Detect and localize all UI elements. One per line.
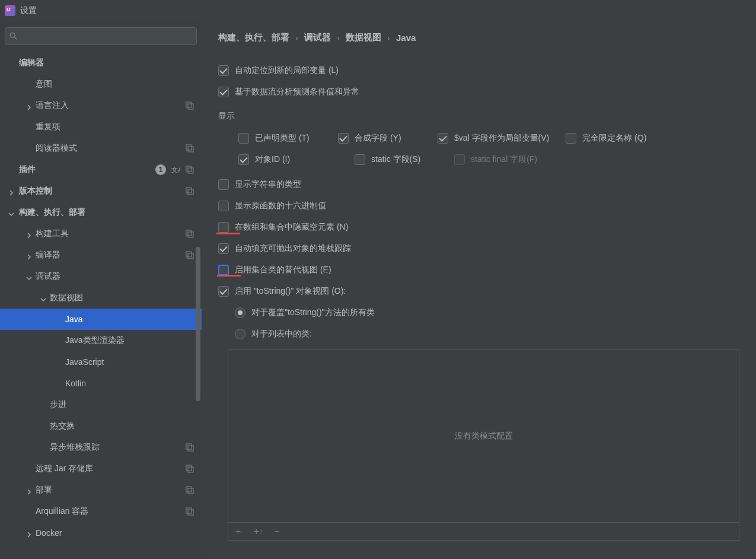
tree-item[interactable]: 构建、执行、部署 bbox=[0, 202, 202, 223]
checkbox[interactable] bbox=[566, 133, 576, 144]
chevron-right-icon[interactable] bbox=[26, 530, 32, 536]
tree-item[interactable]: 版本控制 bbox=[0, 180, 202, 202]
chevron-right-icon[interactable] bbox=[26, 231, 32, 237]
opt-predict-dataflow[interactable]: 基于数据流分析预测条件值和异常 bbox=[218, 81, 739, 103]
opt-object-id[interactable]: 对象ID (I) bbox=[238, 149, 321, 170]
project-scope-icon bbox=[185, 165, 194, 174]
checkbox[interactable] bbox=[355, 154, 365, 165]
chevron-right-icon[interactable] bbox=[8, 188, 14, 194]
tree-item[interactable]: 语言注入 bbox=[0, 95, 202, 116]
add-pattern-icon[interactable]: +? bbox=[253, 527, 263, 536]
tree-item[interactable]: Java bbox=[0, 309, 202, 330]
checkbox[interactable] bbox=[218, 65, 229, 76]
checkbox[interactable] bbox=[218, 179, 229, 190]
chevron-down-icon[interactable] bbox=[26, 274, 32, 280]
radio-override-tostring[interactable]: 对于覆盖"toString()"方法的所有类 bbox=[218, 302, 739, 323]
checkbox[interactable] bbox=[218, 201, 229, 211]
chevron-down-icon[interactable] bbox=[8, 209, 14, 215]
radio[interactable] bbox=[235, 329, 245, 339]
tree-item[interactable]: Arquillian 容器 bbox=[0, 501, 202, 522]
breadcrumb-seg-2[interactable]: 调试器 bbox=[304, 32, 331, 43]
opt-show-primitive-hex[interactable]: 显示原函数的十六进制值 bbox=[218, 195, 739, 217]
display-heading: 显示 bbox=[218, 111, 739, 122]
list-toolbar: +◦ +? − bbox=[228, 523, 739, 541]
search-input[interactable] bbox=[5, 27, 197, 45]
tree-item-label: 意图 bbox=[36, 79, 194, 90]
project-scope-icon bbox=[185, 485, 194, 495]
main: 编辑器意图语言注入重复项阅读器模式插件1文A版本控制构建、执行、部署构建工具编译… bbox=[0, 21, 756, 559]
svg-text:文A: 文A bbox=[171, 166, 180, 173]
tree-item[interactable]: 构建工具 bbox=[0, 223, 202, 244]
tree-item[interactable]: 阅读器模式 bbox=[0, 138, 202, 159]
tree-item[interactable]: 编辑器 bbox=[0, 52, 202, 74]
breadcrumb-seg-1[interactable]: 构建、执行、部署 bbox=[218, 32, 289, 43]
tree-item-label: 热交换 bbox=[50, 421, 194, 431]
remove-icon[interactable]: − bbox=[272, 527, 282, 536]
tree-item[interactable]: 编译器 bbox=[0, 244, 202, 266]
scrollbar-thumb[interactable] bbox=[196, 247, 200, 401]
checkbox[interactable] bbox=[218, 265, 229, 275]
tree-item[interactable]: 热交换 bbox=[0, 415, 202, 437]
checkbox[interactable] bbox=[238, 154, 249, 165]
tree-item[interactable]: 步进 bbox=[0, 394, 202, 415]
sidebar: 编辑器意图语言注入重复项阅读器模式插件1文A版本控制构建、执行、部署构建工具编译… bbox=[0, 21, 202, 559]
tree-item[interactable]: 数据视图 bbox=[0, 287, 202, 309]
checkbox-label: 在数组和集合中隐藏空元素 (N) bbox=[235, 222, 348, 233]
opt-enable-collection-alt[interactable]: 启用集合类的替代视图 (E) bbox=[218, 259, 739, 281]
tree-item-label: 构建工具 bbox=[36, 228, 185, 239]
svg-rect-16 bbox=[188, 446, 193, 451]
tree-item[interactable]: 部署 bbox=[0, 479, 202, 501]
tree-item[interactable]: Docker bbox=[0, 522, 202, 544]
radio-listed-classes[interactable]: 对于列表中的类: bbox=[218, 323, 739, 345]
opt-auto-locate[interactable]: 自动定位到新的局部变量 (L) bbox=[218, 60, 739, 81]
opt-fully-qualified[interactable]: 完全限定名称 (Q) bbox=[566, 128, 649, 149]
radio[interactable] bbox=[235, 307, 245, 318]
chevron-down-icon[interactable] bbox=[40, 295, 46, 301]
settings-tree[interactable]: 编辑器意图语言注入重复项阅读器模式插件1文A版本控制构建、执行、部署构建工具编译… bbox=[0, 52, 202, 559]
tree-item[interactable]: Java类型渲染器 bbox=[0, 330, 202, 351]
tree-item-label: 构建、执行、部署 bbox=[19, 207, 194, 218]
chevron-right-icon[interactable] bbox=[26, 103, 32, 109]
tree-item-label: Java bbox=[65, 315, 194, 324]
class-pattern-list[interactable]: 没有类模式配置 bbox=[228, 350, 739, 523]
chevron-right-icon[interactable] bbox=[26, 252, 32, 258]
opt-declared-type[interactable]: 已声明类型 (T) bbox=[238, 128, 321, 149]
tree-item[interactable]: 重复项 bbox=[0, 116, 202, 138]
opt-show-string-type[interactable]: 显示字符串的类型 bbox=[218, 174, 739, 195]
checkbox[interactable] bbox=[218, 87, 229, 97]
opt-static-field[interactable]: static 字段(S) bbox=[355, 149, 438, 170]
svg-rect-19 bbox=[186, 487, 192, 492]
project-scope-icon bbox=[185, 250, 194, 260]
tree-item[interactable]: 异步堆栈跟踪 bbox=[0, 437, 202, 458]
svg-rect-4 bbox=[186, 145, 192, 150]
checkbox[interactable] bbox=[218, 243, 229, 254]
opt-val-field-local[interactable]: $val 字段作为局部变量(V) bbox=[438, 128, 549, 149]
breadcrumb-sep: › bbox=[337, 33, 340, 43]
tree-item-label: 重复项 bbox=[36, 122, 194, 132]
tree-item-label: 异步堆栈跟踪 bbox=[50, 442, 185, 453]
checkbox[interactable] bbox=[338, 133, 349, 144]
checkbox[interactable] bbox=[218, 222, 229, 233]
tree-item-label: Arquillian 容器 bbox=[36, 506, 185, 517]
badge: 1 bbox=[155, 164, 166, 175]
tree-item[interactable]: Kotlin bbox=[0, 373, 202, 394]
opt-synthetic-field[interactable]: 合成字段 (Y) bbox=[338, 128, 421, 149]
breadcrumb-seg-3[interactable]: 数据视图 bbox=[346, 32, 381, 43]
opt-hide-empty[interactable]: 在数组和集合中隐藏空元素 (N) bbox=[218, 217, 739, 238]
opt-enable-tostring[interactable]: 启用 "toString()" 对象视图 (O): bbox=[218, 281, 739, 302]
tree-item[interactable]: 意图 bbox=[0, 74, 202, 95]
checkbox[interactable] bbox=[218, 286, 229, 297]
svg-rect-15 bbox=[186, 444, 192, 449]
add-icon[interactable]: +◦ bbox=[234, 527, 244, 536]
tree-item[interactable]: JavaScript bbox=[0, 351, 202, 373]
tree-item-label: 远程 Jar 存储库 bbox=[36, 463, 185, 474]
tree-item[interactable]: 调试器 bbox=[0, 266, 202, 287]
checkbox[interactable] bbox=[438, 133, 448, 144]
tree-item[interactable]: 远程 Jar 存储库 bbox=[0, 458, 202, 479]
opt-auto-fill-throwable[interactable]: 自动填充可抛出对象的堆栈跟踪 bbox=[218, 238, 739, 259]
chevron-right-icon[interactable] bbox=[26, 487, 32, 493]
checkbox[interactable] bbox=[238, 133, 249, 144]
tree-item[interactable]: 插件1文A bbox=[0, 159, 202, 180]
breadcrumb: 构建、执行、部署 › 调试器 › 数据视图 › Java bbox=[218, 32, 739, 43]
project-scope-icon bbox=[185, 101, 194, 110]
